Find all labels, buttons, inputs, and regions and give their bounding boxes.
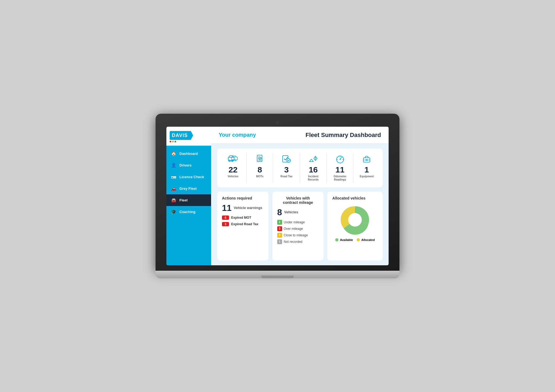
svg-line-16 — [340, 157, 342, 159]
sidebar-logo: DAVIS — [166, 127, 211, 146]
available-dot — [335, 238, 338, 241]
stat-mots: 8 MOTs — [247, 153, 273, 183]
stat-number-roadtax: 3 — [284, 166, 289, 174]
stat-equipment: 1 Equipment — [353, 153, 380, 183]
legend-allocated: Allocated — [357, 238, 375, 241]
logo-badge: DAVIS — [170, 131, 193, 140]
sidebar-item-coaching[interactable]: 🎓 Coaching — [166, 206, 211, 218]
logo-dot-yellow — [172, 141, 174, 142]
stat-number-equipment: 1 — [364, 166, 369, 174]
incident-icon — [308, 155, 318, 165]
sidebar-label-licence: Licence Check — [179, 175, 204, 179]
logo-dot-green — [175, 141, 176, 142]
stat-number-vehicles: 22 — [228, 166, 237, 174]
mileage-over: 3 Over mileage — [277, 226, 319, 231]
equipment-icon — [362, 155, 372, 165]
main-content: Your company Fleet Summary Dashboard — [211, 127, 389, 266]
svg-point-13 — [315, 159, 316, 160]
sidebar-label-coaching: Coaching — [179, 210, 195, 214]
over-dot: 3 — [277, 226, 282, 231]
warning-item-mot: 8 Expired MOT — [222, 215, 264, 220]
vehicles-icon — [228, 155, 238, 165]
fleet-icon: 🚘 — [171, 198, 177, 203]
mot-label: Expired MOT — [231, 216, 251, 220]
under-label: Under mileage — [284, 220, 305, 224]
stat-number-mots: 8 — [257, 166, 262, 174]
svg-point-24 — [348, 213, 362, 227]
close-label: Close to mileage — [284, 233, 308, 237]
notrecorded-label: Not recorded — [284, 240, 302, 244]
stats-row: 22 Vehicles — [217, 149, 383, 187]
sidebar-item-fleet[interactable]: 🚘 Fleet — [166, 194, 211, 206]
screen-bezel: DAVIS 🏠 Dashboard — [156, 114, 399, 271]
pie-svg — [339, 204, 371, 236]
sidebar-item-licence-check[interactable]: 🪪 Licence Check — [166, 171, 211, 183]
close-dot: 2 — [277, 233, 282, 238]
car-icon: 🚗 — [171, 186, 177, 191]
dashboard-title: Fleet Summary Dashboard — [305, 132, 381, 139]
logo-dot-red — [170, 141, 171, 142]
laptop-base — [156, 271, 399, 278]
mileage-title-line1: Vehicles with — [277, 196, 319, 200]
warning-item-roadtax: 3 Expired Road Tax — [222, 222, 264, 226]
roadtax-label: Expired Road Tax — [231, 222, 258, 226]
actions-panel: Actions required 11 Vehicle warnings 8 E… — [217, 192, 269, 261]
sidebar: DAVIS 🏠 Dashboard — [166, 127, 211, 266]
allocated-panel: Allocated vehicles — [327, 192, 383, 261]
mileage-vehicles-label: Vehicles — [284, 210, 298, 214]
stat-label-equipment: Equipment — [360, 175, 374, 178]
allocated-legend-label: Allocated — [361, 238, 375, 241]
pie-legend: Available Allocated — [335, 238, 375, 241]
stat-label-vehicles: Vehicles — [228, 175, 238, 178]
sidebar-label-drivers: Drivers — [179, 163, 192, 167]
camera — [276, 121, 279, 124]
stat-number-odometer: 11 — [335, 166, 344, 174]
odometer-icon — [335, 155, 345, 165]
user-icon: 👤 — [171, 163, 177, 168]
stat-label-mots: MOTs — [256, 175, 263, 178]
logo-text: DAVIS — [172, 133, 188, 138]
mileage-count: 8 — [277, 208, 282, 217]
vehicle-warnings-row: 11 Vehicle warnings — [222, 204, 264, 212]
home-icon: 🏠 — [171, 151, 177, 156]
stat-incidents: 16 Incident Records — [300, 153, 327, 183]
stat-roadtax: 3 Road Tax — [273, 153, 300, 183]
allocated-dot — [357, 238, 360, 241]
stat-label-odometer: Odometer Readings — [334, 175, 346, 181]
mileage-title: Vehicles with contract mileage — [277, 196, 319, 205]
stat-odometer: 11 Odometer Readings — [327, 153, 354, 183]
allocated-title: Allocated vehicles — [332, 196, 378, 200]
mileage-panel: Vehicles with contract mileage 8 Vehicle… — [272, 192, 324, 261]
mot-badge: 8 — [222, 215, 229, 220]
sidebar-item-drivers[interactable]: 👤 Drivers — [166, 159, 211, 171]
vehicle-warnings-count: 11 — [222, 204, 232, 212]
svg-point-5 — [235, 159, 236, 161]
licence-icon: 🪪 — [171, 174, 177, 179]
vehicle-warnings-label: Vehicle warnings — [234, 206, 263, 210]
logo-dots — [170, 141, 176, 142]
pie-chart — [339, 204, 371, 236]
sidebar-item-grey-fleet[interactable]: 🚗 Grey Fleet — [166, 183, 211, 194]
notrecorded-dot: 1 — [277, 239, 282, 244]
mileage-under: 2 Under mileage — [277, 220, 319, 225]
under-dot: 2 — [277, 220, 282, 225]
mileage-notrecorded: 1 Not recorded — [277, 239, 319, 244]
stat-vehicles: 22 Vehicles — [220, 153, 247, 183]
mot-icon — [256, 155, 264, 165]
stat-label-roadtax: Road Tax — [280, 175, 292, 178]
mileage-title-line2: contract mileage — [277, 200, 319, 205]
sidebar-label-grey-fleet: Grey Fleet — [179, 187, 197, 191]
mileage-vehicles-row: 8 Vehicles — [277, 208, 319, 217]
roadtax-icon — [282, 155, 291, 165]
company-name: Your company — [219, 132, 256, 138]
actions-title: Actions required — [222, 196, 264, 200]
allocated-chart: Available Allocated — [332, 204, 378, 241]
stat-label-incidents: Incident Records — [308, 175, 319, 181]
sidebar-nav: 🏠 Dashboard 👤 Drivers 🪪 Licence Check 🚗 … — [166, 146, 211, 218]
sidebar-item-dashboard[interactable]: 🏠 Dashboard — [166, 148, 211, 159]
bottom-panels: Actions required 11 Vehicle warnings 8 E… — [217, 192, 383, 261]
main-body: 22 Vehicles — [211, 144, 389, 266]
over-label: Over mileage — [284, 227, 303, 231]
screen: DAVIS 🏠 Dashboard — [166, 127, 389, 266]
coaching-icon: 🎓 — [171, 209, 177, 214]
